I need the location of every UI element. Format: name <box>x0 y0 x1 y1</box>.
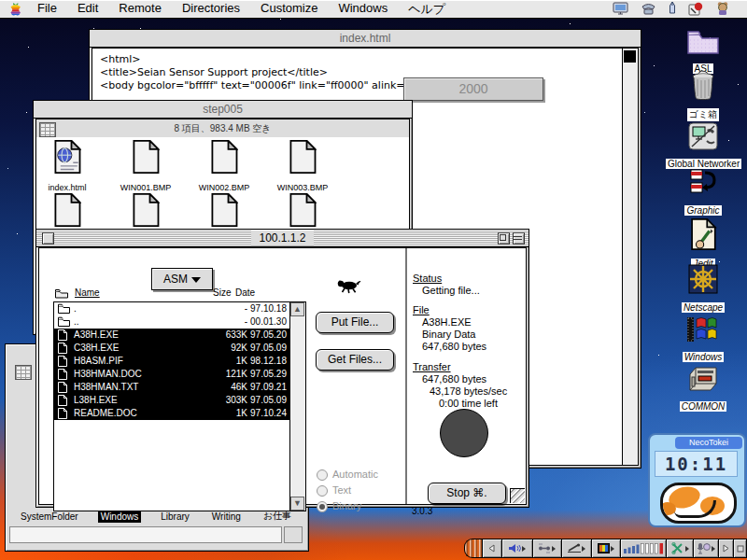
menu-item-6[interactable]: ヘルプ <box>408 1 445 18</box>
file-name-cell: .. <box>74 316 79 327</box>
file-row-L38H.EXE[interactable]: L38H.EXE303K97.05.09 <box>54 394 290 407</box>
file-size-cell: 1K <box>191 408 247 418</box>
file-row-..[interactable]: ..-00.01.30 <box>54 315 290 329</box>
file-date-cell: 97.05.09 <box>249 343 287 353</box>
finder-file-WIN002.BMP[interactable]: WIN002.BMP <box>185 140 263 194</box>
name-column-header[interactable]: Name <box>75 287 100 298</box>
control-strip-module-end-box-icon[interactable] <box>733 539 747 558</box>
desktop-icon-Jedit[interactable]: Jedit <box>666 218 740 271</box>
status-message: Getting file... <box>413 285 520 297</box>
doc-icon <box>185 193 263 231</box>
launcher-tab-3[interactable]: Writing <box>209 511 244 523</box>
file-name-cell: A38H.EXE <box>74 329 119 340</box>
scroll-up-icon[interactable]: ▲ <box>290 302 304 316</box>
file-row-C38H.EXE[interactable]: C38H.EXE92K97.05.09 <box>54 342 290 355</box>
file-row-.[interactable]: .-97.10.18 <box>54 302 290 315</box>
remote-file-list: .-97.10.18..-00.01.30A38H.EXE633K97.05.2… <box>53 301 306 511</box>
mode-radio-binary[interactable]: Binary <box>317 500 378 516</box>
windows-icon <box>666 315 740 347</box>
finder-file-untitled-1[interactable] <box>106 193 185 231</box>
red-app-icon[interactable] <box>688 2 703 19</box>
launcher-scroll-strip[interactable] <box>9 526 282 543</box>
file-name-cell: README.DOC <box>74 408 137 418</box>
menu-item-row: FileEditRemoteDirectoriesCustomizeWindow… <box>37 1 445 18</box>
resize-grip[interactable] <box>510 488 525 503</box>
collapse-box-icon[interactable] <box>513 232 525 245</box>
control-strip-module-sound-level-icon[interactable] <box>620 539 666 558</box>
size-column-header[interactable]: Size <box>213 287 231 298</box>
menu-item-5[interactable]: Windows <box>338 1 388 18</box>
finder-file-untitled-3[interactable] <box>263 193 342 231</box>
launcher-resize-box[interactable] <box>284 526 303 543</box>
phone-icon[interactable] <box>641 2 656 18</box>
control-strip-module-microphone-icon[interactable] <box>693 539 718 558</box>
zoom-box-icon[interactable] <box>498 232 510 245</box>
finder-file-WIN001.BMP[interactable]: WIN001.BMP <box>106 140 185 194</box>
transfer-remaining: 0:00 time left <box>413 398 520 410</box>
html-window-scrollbar[interactable] <box>622 49 638 465</box>
get-files-button[interactable]: Get Files... <box>316 349 394 371</box>
desktop-icon-COMMON[interactable]: COMMON <box>666 365 740 413</box>
file-row-H38HMAN.DOC[interactable]: H38HMAN.DOC121K97.05.29 <box>54 368 290 381</box>
clock-titlebar[interactable]: NecoTokei <box>675 437 742 449</box>
launcher-tab-0[interactable]: SystemFolder <box>18 511 81 523</box>
file-name-cell: C38H.EXE <box>74 343 119 353</box>
put-file-button[interactable]: Put File... <box>316 312 394 333</box>
mode-radio-automatic[interactable]: Automatic <box>317 469 378 484</box>
ftp-window-content: ASM Name Size Date .- <box>38 247 527 505</box>
app-version: 3.0.3 <box>412 506 432 516</box>
module-popup-arrow-icon <box>712 546 715 552</box>
desktop-icon-ゴミ箱[interactable]: ゴミ箱 <box>666 69 740 121</box>
control-strip-module-tool-icon[interactable] <box>666 539 693 558</box>
date-column-header[interactable]: Date <box>235 287 255 298</box>
file-icon <box>58 356 67 369</box>
finder-window-titlebar[interactable]: step005 <box>34 101 412 119</box>
grid-view-icon[interactable] <box>15 365 32 380</box>
finder-file-WIN003.BMP[interactable]: WIN003.BMP <box>263 140 342 194</box>
desktop-icon-Global Networker[interactable]: Global Networker <box>666 122 740 171</box>
control-strip-module-scroll-right-icon[interactable] <box>718 539 733 558</box>
control-strip-module-monitor-icon[interactable] <box>591 539 621 558</box>
menu-item-1[interactable]: Edit <box>78 1 98 18</box>
apple-menu-icon[interactable] <box>9 2 22 19</box>
ftp-window-titlebar[interactable]: 100.1.1.2 <box>36 230 529 247</box>
file-date-cell: 97.05.09 <box>249 395 287 405</box>
file-icon <box>58 408 67 421</box>
scroll-thumb[interactable] <box>624 50 636 63</box>
file-row-H8ASM.PIF[interactable]: H8ASM.PIF1K98.12.18 <box>54 355 290 368</box>
display-icon[interactable] <box>613 2 628 19</box>
stop-button[interactable]: Stop ⌘. <box>428 483 506 504</box>
graphic-icon <box>666 167 740 201</box>
file-row-A38H.EXE[interactable]: A38H.EXE633K97.05.20 <box>54 329 290 342</box>
control-strip-tab[interactable] <box>464 539 482 558</box>
control-strip-module-file-sharing-icon[interactable] <box>532 539 562 558</box>
menu-item-4[interactable]: Customize <box>261 1 317 18</box>
launcher-tab-1[interactable]: Windows <box>98 511 142 523</box>
menu-item-0[interactable]: File <box>37 1 57 18</box>
finder-file-index.html[interactable]: index.html <box>28 140 106 194</box>
control-strip-module-pointer-icon[interactable] <box>561 539 591 558</box>
file-row-README.DOC[interactable]: README.DOC1K97.10.24 <box>54 407 290 420</box>
fetch-dog-icon <box>336 278 361 298</box>
control-strip-module-scroll-left-icon[interactable] <box>482 539 501 558</box>
pen-icon[interactable] <box>669 1 676 19</box>
directory-popup[interactable]: ASM <box>151 268 213 290</box>
scroll-down-icon[interactable]: ▼ <box>290 497 304 511</box>
file-row-H38HMAN.TXT[interactable]: H38HMAN.TXT46K97.09.21 <box>54 381 290 394</box>
desktop-icon-Netscape[interactable]: Netscape <box>666 264 740 315</box>
menu-item-2[interactable]: Remote <box>119 1 162 18</box>
control-strip-module-speaker-icon[interactable] <box>501 539 532 558</box>
finder-file-untitled-2[interactable] <box>185 193 263 231</box>
finder-file-untitled-0[interactable] <box>28 193 106 231</box>
close-box-icon[interactable] <box>42 232 54 245</box>
desktop-icon-Windows[interactable]: Windows <box>666 315 740 364</box>
module-popup-arrow-icon <box>552 546 556 552</box>
grid-view-icon[interactable] <box>39 122 56 137</box>
launcher-tab-2[interactable]: Library <box>158 511 192 523</box>
mascot-icon[interactable] <box>715 1 730 19</box>
desktop-icon-Graphic[interactable]: Graphic <box>666 167 740 217</box>
html-window-titlebar[interactable]: index.html <box>90 30 641 48</box>
mode-radio-text[interactable]: Text <box>317 484 378 500</box>
file-list-scrollbar[interactable]: ▲ ▼ <box>289 302 305 511</box>
menu-item-3[interactable]: Directories <box>182 1 240 18</box>
